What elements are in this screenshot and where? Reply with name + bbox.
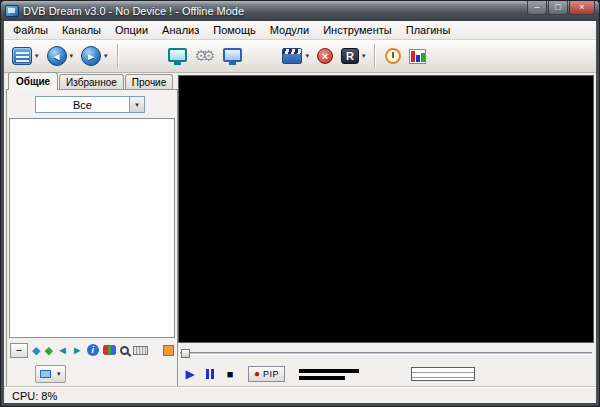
tab-general[interactable]: Общие <box>8 72 58 90</box>
sidebar-panel: Все ▾ − ◆ ◆ ◄ ► i <box>6 89 178 387</box>
menubar: Файлы Каналы Опции Анализ Помощь Модули … <box>4 21 596 40</box>
oscilloscope-box <box>411 367 475 381</box>
play-button[interactable]: ▶ <box>180 365 200 383</box>
back-icon: ◄ <box>47 46 67 66</box>
cpu-usage-label: CPU: 8% <box>4 390 65 402</box>
delete-button[interactable]: × <box>313 43 337 70</box>
maximize-button[interactable]: □ <box>548 1 568 15</box>
statusbar: CPU: 8% <box>4 387 596 403</box>
main-toolbar: ▾ ◄ ▾ ► ▾ ⚙⚙ ▾ <box>4 40 596 73</box>
titlebar[interactable]: DVB Dream v3.0 - No Device ! - Offline M… <box>1 1 599 21</box>
signal-level-bar <box>299 369 359 373</box>
channel-filter-combobox[interactable]: Все ▾ <box>35 96 145 113</box>
gears-icon: ⚙⚙ <box>195 47 216 65</box>
chevron-down-icon: ▾ <box>305 52 309 60</box>
toolbar-separator <box>117 44 119 68</box>
signal-meter <box>299 369 359 380</box>
back-button[interactable]: ◄ ▾ <box>43 43 78 70</box>
video-area[interactable] <box>178 75 594 343</box>
channel-sidebar: Общие Избранное Прочие Все ▾ − ◆ ◆ ◄ ► i <box>6 73 178 387</box>
menu-plugins[interactable]: Плагины <box>399 22 458 39</box>
fullscreen-button[interactable] <box>164 43 191 70</box>
seek-handle[interactable] <box>181 349 190 358</box>
statistics-button[interactable] <box>405 43 430 70</box>
stop-icon: ■ <box>227 368 234 380</box>
chevron-down-icon: ▾ <box>104 52 108 60</box>
seek-track[interactable] <box>180 352 592 355</box>
playback-controls: ▶ ■ ● PIP <box>180 362 592 386</box>
app-window: DVB Dream v3.0 - No Device ! - Offline M… <box>0 0 600 407</box>
keyboard-icon[interactable] <box>133 346 148 355</box>
view-mode-button[interactable]: ▾ <box>35 365 66 383</box>
seek-bar[interactable] <box>180 349 592 358</box>
channel-list[interactable] <box>9 118 175 338</box>
quality-level-bar <box>299 376 345 380</box>
forward-button[interactable]: ► ▾ <box>77 43 112 70</box>
palette-icon[interactable] <box>103 345 116 355</box>
film-icon <box>282 48 302 64</box>
favorite-channels-icon[interactable]: ◆ <box>44 343 52 357</box>
app-icon <box>5 5 19 17</box>
monitor-icon <box>40 370 51 378</box>
record-dot-icon: ● <box>254 369 260 379</box>
combo-selected-value: Все <box>36 99 129 111</box>
chevron-down-icon: ▾ <box>70 52 74 60</box>
epg-icon[interactable] <box>163 345 174 356</box>
pip-record-button[interactable]: ● PIP <box>248 366 285 382</box>
chevron-down-icon[interactable]: ▾ <box>129 97 144 112</box>
chevron-down-icon: ▾ <box>57 370 61 378</box>
video-mode-button[interactable]: ▾ <box>278 43 313 70</box>
menu-tools[interactable]: Инструменты <box>316 22 399 39</box>
sort-channels-icon[interactable]: ◆ <box>32 343 40 357</box>
monitor-icon <box>168 48 187 62</box>
chevron-down-icon: ▾ <box>35 52 39 60</box>
channel-list-icon <box>12 47 32 65</box>
pause-icon <box>206 369 214 379</box>
stop-button[interactable]: ■ <box>220 365 240 383</box>
channel-info-icon[interactable]: i <box>87 344 99 356</box>
minimize-button[interactable]: – <box>527 1 547 15</box>
sidebar-toolbar: − ◆ ◆ ◄ ► i <box>9 340 175 360</box>
forward-icon: ► <box>81 46 101 66</box>
menu-analysis[interactable]: Анализ <box>155 22 206 39</box>
window-controls: – □ × <box>527 1 595 15</box>
chart-icon <box>409 49 426 64</box>
collapse-button[interactable]: − <box>10 343 28 358</box>
client-area: Файлы Каналы Опции Анализ Помощь Модули … <box>4 21 596 403</box>
play-icon: ▶ <box>185 367 194 381</box>
menu-options[interactable]: Опции <box>108 22 155 39</box>
toolbar-separator <box>374 44 376 68</box>
scheduler-button[interactable] <box>381 43 405 70</box>
record-icon: R <box>341 48 359 64</box>
sidebar-toolbar-2: ▾ <box>9 364 175 384</box>
search-icon[interactable] <box>120 346 129 355</box>
menu-modules[interactable]: Модули <box>263 22 316 39</box>
stopwatch-icon <box>385 48 401 64</box>
tab-other[interactable]: Прочие <box>125 74 173 90</box>
menu-channels[interactable]: Каналы <box>55 22 108 39</box>
tab-favorites[interactable]: Избранное <box>59 74 124 90</box>
channel-list-button[interactable]: ▾ <box>8 43 43 70</box>
close-button[interactable]: × <box>569 1 595 15</box>
delete-icon: × <box>317 48 333 64</box>
move-down-icon[interactable]: ► <box>72 343 83 357</box>
pip-label: PIP <box>263 369 279 379</box>
window-title: DVB Dream v3.0 - No Device ! - Offline M… <box>23 5 244 17</box>
pause-button[interactable] <box>200 365 220 383</box>
settings-button[interactable]: ⚙⚙ <box>191 43 220 70</box>
display-settings-button[interactable] <box>219 43 246 70</box>
display-icon <box>223 48 242 62</box>
record-button[interactable]: R ▾ <box>337 43 370 70</box>
sidebar-tabs: Общие Избранное Прочие <box>8 73 178 90</box>
move-up-icon[interactable]: ◄ <box>57 343 68 357</box>
menu-files[interactable]: Файлы <box>6 22 55 39</box>
chevron-down-icon: ▾ <box>362 52 366 60</box>
menu-help[interactable]: Помощь <box>206 22 263 39</box>
